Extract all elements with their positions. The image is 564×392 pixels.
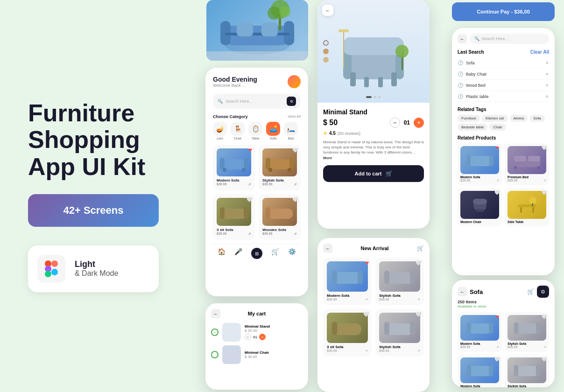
remove-search-4[interactable]: ✕ (545, 94, 549, 99)
related-heart-3[interactable]: 🤍 (494, 190, 500, 195)
cart-back-btn[interactable]: ← (211, 309, 220, 318)
qty-decrease[interactable]: − (390, 118, 400, 128)
search-back-btn[interactable]: ← (458, 34, 467, 43)
arrival-name-4: Stylish Sofa (379, 345, 420, 349)
arrival-card-2[interactable]: 🤍 Stylish Sofa $39.99 ↗ (375, 258, 424, 305)
search-item-baby-chair: 🕐 Baby Chair ✕ (458, 69, 549, 80)
view-all-link[interactable]: View All (288, 114, 301, 119)
sofa-cat-heart-4[interactable]: 🤍 (542, 357, 547, 362)
home-nav-icon[interactable]: 🏠 (218, 248, 226, 259)
product-img-1 (217, 148, 251, 176)
remove-search-3[interactable]: ✕ (545, 83, 549, 88)
continue-pay-button[interactable]: Continue Pay - $36,00 (452, 2, 555, 21)
related-heart-1[interactable]: ❤ (496, 146, 500, 150)
review-count: (50 reviews) (338, 131, 360, 136)
clear-all-btn[interactable]: Clear All (530, 49, 549, 55)
remove-search-2[interactable]: ✕ (545, 72, 549, 77)
product-card-3[interactable]: 🤍 3 sit Sofa $39.99 ↗ (213, 194, 255, 240)
img-dot-1[interactable] (366, 96, 372, 98)
qty-minus-1[interactable]: − (245, 334, 251, 340)
arrival-cart-icon[interactable]: 🛒 (417, 245, 424, 252)
category-lamp[interactable]: 🪔 Lam (213, 122, 227, 140)
wishlist-btn-1[interactable]: ❤ (248, 147, 252, 153)
search-input[interactable]: 🔍 Search Here... (470, 34, 549, 44)
settings-nav-icon[interactable]: ⚙️ (288, 248, 296, 259)
arrival-back-btn[interactable]: ← (323, 244, 332, 253)
category-chair[interactable]: 🪑 Chair (231, 122, 245, 140)
related-card-1[interactable]: ❤ Modern Sofa $39.99 ↗ (458, 143, 502, 185)
detail-back-btn[interactable]: ← (322, 5, 333, 16)
svg-rect-79 (489, 365, 493, 376)
category-sofa[interactable]: 🛋️ Sofa (266, 122, 280, 140)
cart-nav-icon[interactable]: 🛒 (271, 248, 279, 259)
arrival-wishlist-4[interactable]: 🤍 (416, 312, 421, 317)
filter-button[interactable]: ⚙ (287, 97, 296, 106)
category-bed[interactable]: 🛏️ Bed (284, 122, 298, 140)
img-dot-3[interactable] (378, 96, 381, 98)
arrival-wishlist-3[interactable]: 🤍 (363, 312, 369, 317)
qty-plus-1[interactable]: + (259, 334, 266, 340)
tag-kitchen-set[interactable]: Kitchen set (482, 115, 508, 122)
tag-bedside-table[interactable]: Bedside table (458, 124, 487, 131)
sofa-cat-card-3[interactable]: 🤍 Modern Sofa $39.99 ↗ (458, 355, 502, 387)
arrival-wishlist-2[interactable]: 🤍 (416, 260, 421, 266)
check-icon-2 (211, 351, 219, 358)
tag-almira[interactable]: Almira (510, 115, 528, 122)
related-heart-4[interactable]: 🤍 (542, 190, 547, 195)
svg-rect-65 (473, 199, 487, 204)
search-bar-home[interactable]: 🔍 Search Here... ⚙ (213, 94, 301, 109)
more-link[interactable]: More (323, 156, 332, 160)
sofa-filter-btn[interactable]: ⚙ (537, 286, 549, 298)
related-card-3[interactable]: 🤍 Modern Chair (458, 188, 502, 226)
product-link-1[interactable]: ↗ (248, 182, 251, 187)
sofa-cat-card-2[interactable]: 🤍 Stylish Sofa $39.99 ↗ (505, 312, 549, 352)
arrival-price-1: $39.99 ↗ (327, 298, 368, 301)
clock-icon-1: 🕐 (458, 60, 463, 65)
add-to-cart-button[interactable]: Add to cart 🛒 (323, 165, 424, 182)
sofa-cat-card-1[interactable]: ❤ Modern Sofa $39.99 ↗ (458, 312, 502, 352)
wishlist-btn-2[interactable]: 🤍 (292, 147, 298, 153)
svg-rect-47 (386, 272, 414, 284)
table-icon: 🪞 (248, 122, 262, 136)
tag-sofa[interactable]: Sofa (529, 115, 544, 122)
related-card-4[interactable]: 🤍 Side Table (505, 188, 549, 226)
phone-detail: ← Minimal Sta (317, 0, 430, 229)
product-card-1[interactable]: ❤ Modern Sofa $39.99 ↗ (213, 145, 255, 190)
tag-furniture[interactable]: Furniture (458, 115, 480, 122)
arrival-wishlist-1[interactable]: ❤ (365, 260, 369, 266)
product-link-2[interactable]: ↗ (294, 182, 297, 187)
tag-chair[interactable]: Chair (489, 124, 506, 131)
category-table[interactable]: 🪞 Table (248, 122, 262, 140)
sofa-cat-heart-2[interactable]: 🤍 (542, 315, 547, 319)
product-link-4[interactable]: ↗ (294, 232, 297, 236)
sofa-cat-card-4[interactable]: 🤍 Stylish Sofa $39.99 ↗ (505, 355, 549, 387)
arrival-card-1[interactable]: ❤ Modern Sofa $39.99 ↗ (323, 258, 372, 305)
color-white[interactable] (323, 40, 329, 46)
svg-rect-54 (410, 322, 415, 335)
svg-rect-31 (266, 207, 270, 219)
product-card-4[interactable]: 🤍 Wooden Sofa $39.99 ↗ (259, 194, 301, 240)
arrival-card-4[interactable]: 🤍 Stylish Sofa $39.99 ↗ (375, 309, 424, 357)
mode-title: Light (75, 259, 118, 269)
qty-increase[interactable]: + (414, 118, 424, 128)
sofa-cat-back-btn[interactable]: ← (458, 287, 467, 296)
remove-search-1[interactable]: ✕ (545, 61, 549, 65)
sofa-cat-heart-3[interactable]: 🤍 (494, 357, 500, 362)
product-card-2[interactable]: 🤍 Stylish Sofa $39.99 ↗ (259, 145, 301, 190)
svg-rect-72 (467, 322, 471, 334)
related-heart-2[interactable]: 🤍 (542, 146, 547, 150)
svg-rect-36 (350, 72, 356, 86)
img-dot-2[interactable] (374, 96, 376, 98)
wishlist-btn-4[interactable]: 🤍 (292, 197, 298, 202)
mic-nav-icon[interactable]: 🎤 (234, 248, 242, 259)
color-tan[interactable] (323, 57, 329, 63)
svg-rect-77 (468, 366, 492, 376)
product-link-3[interactable]: ↗ (248, 232, 251, 236)
color-brown[interactable] (323, 49, 329, 54)
sofa-cat-heart-1[interactable]: ❤ (496, 315, 500, 319)
expand-nav-icon[interactable]: ⊞ (251, 248, 262, 259)
sofa-cart-icon[interactable]: 🛒 (527, 288, 534, 295)
wishlist-btn-3[interactable]: 🤍 (247, 197, 252, 202)
related-card-2[interactable]: 🤍 Premium Bed $39.99 ↗ (505, 143, 549, 185)
arrival-card-3[interactable]: 🤍 3 sit Sofa $39.99 ↗ (323, 309, 372, 357)
